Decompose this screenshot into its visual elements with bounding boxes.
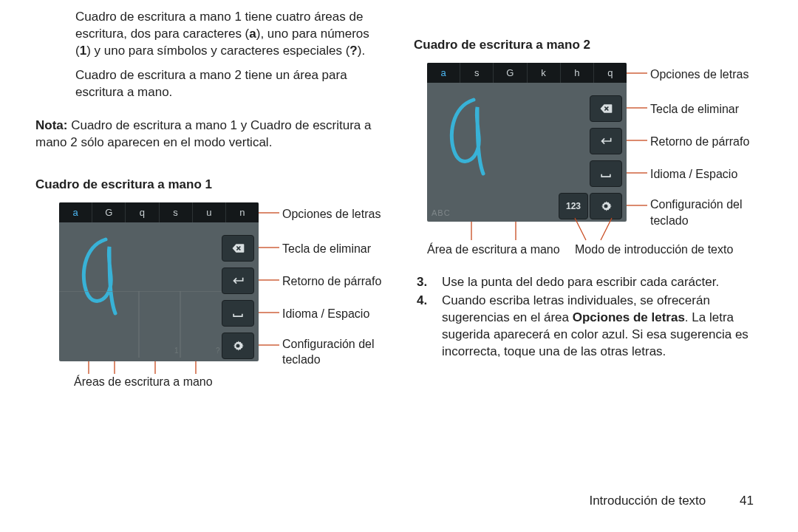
bold-1: 1 [80, 44, 86, 58]
letter-option[interactable]: s [460, 63, 494, 83]
space-icon [231, 306, 245, 321]
callout-lang-space: Idioma / Espacio [650, 166, 737, 183]
callout-delete-key: Tecla de eliminar [650, 101, 739, 117]
callout-return: Retorno de párrafo [282, 273, 381, 290]
letter-option[interactable]: n [226, 202, 259, 222]
gear-icon [231, 338, 245, 353]
list-number: 4. [414, 293, 442, 361]
note: Nota: Cuadro de escritura a mano 1 y Cua… [35, 117, 383, 151]
list-text: Cuando escriba letras individuales, se o… [442, 293, 761, 361]
handwriting-box-2: a s G k h q ABC [427, 63, 627, 222]
delete-key[interactable] [590, 95, 622, 122]
return-icon [598, 134, 613, 149]
backspace-icon [231, 241, 245, 256]
callout-return: Retorno de párrafo [650, 134, 749, 150]
space-key[interactable] [590, 160, 622, 187]
callout-lang-space: Idioma / Espacio [282, 306, 369, 322]
bold-text: Opciones de letras [573, 310, 685, 324]
letter-option[interactable]: s [160, 202, 193, 222]
list-number: 3. [414, 274, 442, 291]
letter-option[interactable]: q [594, 63, 627, 83]
handwriting-stroke-icon [440, 96, 499, 177]
para-hw2-description: Cuadro de escritura a mano 2 tiene un ár… [35, 67, 383, 101]
callout-writing-areas: Áreas de escritura a mano [74, 374, 213, 390]
letter-option[interactable]: G [92, 202, 126, 222]
note-label: Nota: [35, 118, 67, 132]
list-text: Use la punta del dedo para escribir cada… [442, 274, 761, 291]
return-key[interactable] [590, 128, 622, 154]
heading-hw1: Cuadro de escritura a mano 1 [35, 177, 383, 194]
writing-areas-divider: a a 1 ? [59, 291, 222, 358]
callout-letter-options: Opciones de letras [282, 206, 381, 222]
text: ) y uno para símbolos y caracteres espec… [86, 44, 349, 58]
settings-key[interactable] [590, 193, 622, 219]
para-hw1-description: Cuadro de escritura a mano 1 tiene cuatr… [35, 9, 383, 60]
letter-option[interactable]: u [193, 202, 226, 222]
callout-input-mode: Modo de introducción de texto [575, 242, 733, 258]
note-body: Cuadro de escritura a mano 1 y Cuadro de… [35, 118, 372, 149]
bold-q: ? [349, 44, 357, 58]
space-key[interactable] [222, 300, 254, 327]
gear-icon [598, 199, 613, 214]
heading-hw2: Cuadro de escritura a mano 2 [414, 37, 761, 54]
step-3: 3. Use la punta del dedo para escribir c… [414, 274, 761, 291]
space-icon [598, 166, 613, 181]
callout-kb-settings: Configuración del teclado [282, 336, 378, 368]
return-key[interactable] [222, 267, 254, 294]
handwriting-box-1: a G q s u n a a 1 ? [59, 202, 259, 361]
callout-letter-options: Opciones de letras [650, 66, 748, 83]
mode-123-key[interactable]: 123 [559, 193, 588, 219]
delete-key[interactable] [222, 235, 254, 262]
letter-option[interactable]: a [427, 63, 460, 83]
letter-options-bar[interactable]: a G q s u n [59, 202, 259, 222]
letter-option[interactable]: h [561, 63, 594, 83]
letter-options-bar[interactable]: a s G k h q [427, 63, 627, 83]
footer-page-number: 41 [724, 493, 754, 510]
callout-kb-settings: Configuración del teclado [650, 197, 746, 228]
bold-a: a [249, 27, 256, 41]
return-icon [231, 273, 245, 288]
letter-option[interactable]: G [494, 63, 527, 83]
handwriting-stroke-icon [72, 236, 132, 317]
page-footer: Introducción de texto 41 [589, 493, 754, 510]
svg-text:?: ? [216, 347, 220, 355]
letter-option[interactable]: k [528, 63, 561, 83]
callout-delete-key: Tecla de eliminar [282, 241, 371, 257]
footer-section: Introducción de texto [589, 494, 706, 508]
text: ). [358, 44, 365, 58]
step-4: 4. Cuando escriba letras individuales, s… [414, 293, 761, 361]
abc-indicator: ABC [432, 208, 451, 219]
letter-option[interactable]: q [126, 202, 159, 222]
settings-key[interactable] [222, 332, 254, 359]
backspace-icon [598, 101, 613, 116]
letter-option[interactable]: a [59, 202, 92, 222]
callout-writing-area: Área de escritura a mano [427, 242, 560, 258]
svg-text:1: 1 [174, 347, 179, 355]
